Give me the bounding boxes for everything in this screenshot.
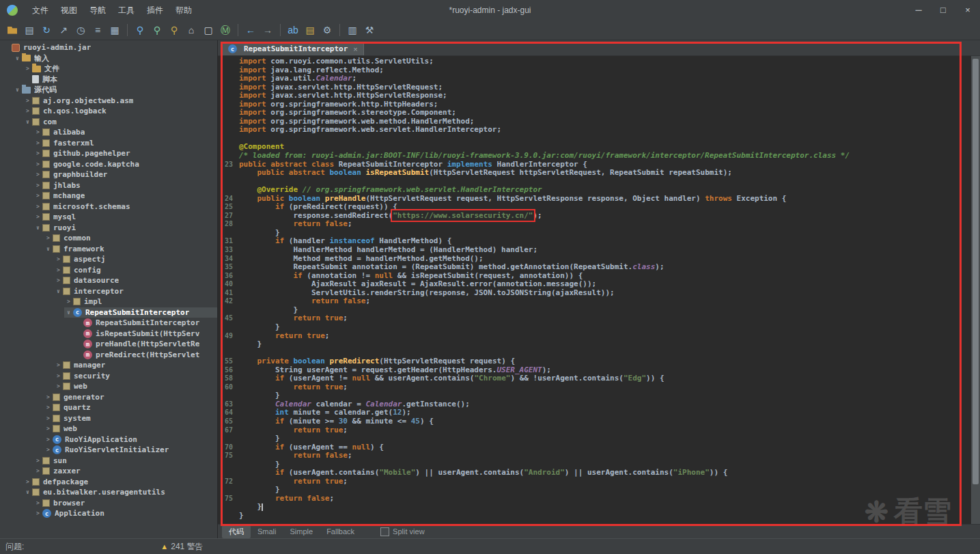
tree-chevron-icon[interactable]: ∨: [13, 87, 22, 93]
tree-chevron-icon[interactable]: >: [44, 404, 53, 411]
tree-chevron-icon[interactable]: >: [33, 468, 42, 474]
tree-item-common[interactable]: >common: [44, 233, 217, 244]
maximize-button[interactable]: □: [931, 0, 955, 20]
back-button[interactable]: ←: [242, 23, 259, 38]
tree-item-system[interactable]: >system: [44, 413, 217, 424]
tree-chevron-icon[interactable]: >: [33, 214, 42, 220]
tree-item-github.pagehelper[interactable]: >github.pagehelper: [33, 148, 217, 159]
tab-repeatsubmitinterceptor[interactable]: c RepeatSubmitInterceptor ×: [222, 42, 364, 55]
tree-item-RepeatSubmitInterceptor[interactable]: mRepeatSubmitInterceptor: [74, 318, 217, 329]
tree-chevron-icon[interactable]: ∨: [23, 119, 32, 125]
mappings-button[interactable]: Ⓜ: [217, 23, 234, 38]
tree-item-interceptor[interactable]: ∨interceptor: [54, 286, 217, 297]
warnings-indicator[interactable]: ▲ 241 警告: [160, 541, 203, 553]
tree-item-RuoYiApplication[interactable]: >cRuoYiApplication: [44, 434, 217, 445]
new-window-button[interactable]: ▢: [200, 23, 216, 38]
preferences-button[interactable]: ⚙: [319, 23, 335, 38]
tree-chevron-icon[interactable]: >: [33, 204, 42, 210]
minimize-button[interactable]: ─: [906, 0, 931, 20]
tree-item-Application[interactable]: >cApplication: [33, 508, 217, 519]
tree-item-fasterxml[interactable]: >fasterxml: [33, 138, 217, 149]
report-button[interactable]: ▥: [344, 23, 361, 38]
tree-item-framework[interactable]: ∨framework: [44, 244, 217, 255]
tree-chevron-icon[interactable]: >: [33, 150, 42, 156]
tree-item-alibaba[interactable]: >alibaba: [33, 127, 217, 138]
close-button[interactable]: ×: [955, 0, 980, 20]
history-button[interactable]: ◷: [72, 23, 89, 38]
tree-chevron-icon[interactable]: >: [44, 394, 53, 400]
menu-item-导航[interactable]: 导航: [83, 2, 112, 19]
tree-item-web[interactable]: >web: [54, 381, 217, 392]
tree-chevron-icon[interactable]: >: [44, 426, 53, 432]
menu-item-帮助[interactable]: 帮助: [169, 2, 198, 19]
split-view-toggle[interactable]: Split view: [380, 527, 424, 536]
tree-chevron-icon[interactable]: >: [54, 383, 63, 389]
tree-chevron-icon[interactable]: >: [33, 182, 42, 189]
heap-grid-button[interactable]: ▦: [107, 23, 123, 38]
menu-item-插件[interactable]: 插件: [141, 2, 169, 19]
tree-item-com[interactable]: ∨com: [23, 117, 217, 128]
tree-item-mchange[interactable]: >mchange: [33, 191, 217, 202]
problems-label[interactable]: 问题:: [5, 541, 24, 553]
tree-chevron-icon[interactable]: ∨: [13, 55, 22, 61]
tree-item-jhlabs[interactable]: >jhlabs: [33, 180, 217, 191]
tree-item-RuoYiServletInitializer[interactable]: >cRuoYiServletInitializer: [44, 445, 217, 456]
view-tab-Smali[interactable]: Smali: [251, 526, 283, 537]
tree-item-graphbuilder[interactable]: >graphbuilder: [33, 169, 217, 180]
open-script-button[interactable]: ▤: [21, 23, 38, 38]
tree-item-datasource[interactable]: >datasource: [54, 275, 217, 286]
forward-button[interactable]: →: [260, 23, 276, 38]
tree-chevron-icon[interactable]: >: [33, 161, 42, 167]
tree-chevron-icon[interactable]: >: [23, 66, 32, 72]
tree-item-config[interactable]: >config: [54, 265, 217, 276]
tree-item-preRedirect(HttpServlet[interactable]: mpreRedirect(HttpServlet: [74, 350, 217, 361]
tree-item-web[interactable]: >web: [44, 424, 217, 434]
reload-button[interactable]: ↻: [38, 23, 55, 38]
tree-item-google.code.kaptcha[interactable]: >google.code.kaptcha: [33, 159, 217, 170]
tree-chevron-icon[interactable]: >: [33, 171, 42, 178]
tree-chevron-icon[interactable]: ∨: [54, 288, 63, 294]
menu-item-工具[interactable]: 工具: [112, 2, 141, 19]
tree-item-sun[interactable]: >sun: [33, 456, 217, 467]
tree-chevron-icon[interactable]: >: [33, 140, 42, 146]
tree-item-microsoft.schemas[interactable]: >microsoft.schemas: [33, 202, 217, 212]
scrollbar-thumb[interactable]: [972, 59, 979, 484]
tree-chevron-icon[interactable]: >: [33, 458, 42, 464]
tree-item-quartz[interactable]: >quartz: [44, 402, 217, 413]
tree-chevron-icon[interactable]: ∨: [33, 225, 42, 231]
tree-item-RepeatSubmitInterceptor[interactable]: ∨cRepeatSubmitInterceptor: [64, 307, 217, 318]
tree-chevron-icon[interactable]: >: [44, 437, 53, 443]
export-button[interactable]: ↗: [55, 23, 72, 38]
text-search-button[interactable]: ⚲: [132, 23, 148, 38]
tree-chevron-icon[interactable]: >: [54, 277, 63, 283]
tree-item-zaxxer[interactable]: >zaxxer: [33, 466, 217, 477]
tree-chevron-icon[interactable]: ∨: [64, 309, 73, 316]
tree-item-manager[interactable]: >manager: [54, 360, 217, 371]
flat-packages-button[interactable]: ≡: [89, 23, 106, 38]
tree-item-aj.org.objectweb.asm[interactable]: >aj.org.objectweb.asm: [23, 96, 217, 107]
view-tab-代码[interactable]: 代码: [222, 525, 251, 538]
tree-chevron-icon[interactable]: ∨: [23, 489, 32, 495]
tree-item-ch.qos.logback[interactable]: >ch.qos.logback: [23, 106, 217, 117]
tree-item-ruoyi[interactable]: ∨ruoyi: [33, 223, 217, 234]
tree-item-impl[interactable]: >impl: [64, 296, 217, 307]
tree-item-browser[interactable]: >browser: [33, 498, 217, 509]
tree-chevron-icon[interactable]: >: [54, 373, 63, 379]
tree-item-security[interactable]: >security: [54, 371, 217, 382]
tree-item-generator[interactable]: >generator: [44, 392, 217, 403]
tab-close-icon[interactable]: ×: [353, 45, 357, 53]
tree-item-源代码[interactable]: ∨源代码: [13, 85, 217, 96]
main-activity-button[interactable]: ⌂: [183, 23, 199, 38]
tree-chevron-icon[interactable]: >: [33, 193, 42, 199]
tree-item-ruoyi-admin.jar[interactable]: ruoyi-admin.jar: [3, 42, 217, 53]
tree-chevron-icon[interactable]: >: [33, 129, 42, 135]
editor-scrollbar[interactable]: [971, 56, 980, 524]
tree-chevron-icon[interactable]: >: [33, 500, 42, 506]
tree-chevron-icon[interactable]: >: [64, 299, 73, 305]
tree-chevron-icon[interactable]: >: [44, 235, 53, 241]
checkbox-icon[interactable]: [380, 527, 389, 536]
tree-chevron-icon[interactable]: >: [54, 267, 63, 273]
class-search-button[interactable]: ⚲: [149, 23, 165, 38]
tree-chevron-icon[interactable]: >: [54, 362, 63, 368]
tree-item-文件[interactable]: >文件: [23, 64, 217, 74]
